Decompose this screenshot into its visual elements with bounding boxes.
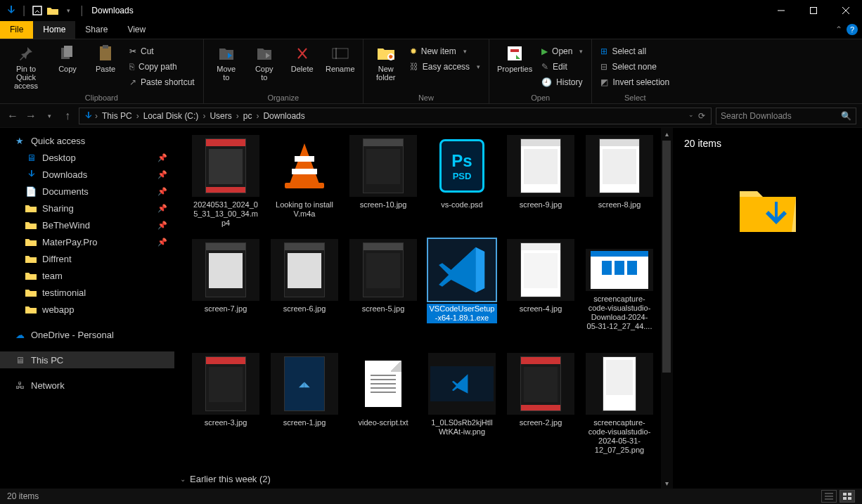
sidebar-downloads[interactable]: Downloads 📌 bbox=[0, 166, 174, 183]
file-item[interactable]: screencapture-code-visualstudio-2024-05-… bbox=[581, 350, 658, 458]
qat-newfolder-icon[interactable] bbox=[46, 4, 59, 17]
crumb-downloads[interactable]: Downloads bbox=[260, 111, 307, 121]
sidebar-network[interactable]: 🖧 Network bbox=[0, 377, 174, 394]
close-button[interactable] bbox=[830, 0, 862, 21]
sidebar-sharing[interactable]: Sharing 📌 bbox=[0, 200, 174, 217]
file-item[interactable]: PsPSD vs-code.psd bbox=[423, 132, 501, 213]
tab-share[interactable]: Share bbox=[75, 21, 117, 39]
tab-view[interactable]: View bbox=[117, 21, 155, 39]
chevron-right-icon[interactable]: › bbox=[256, 111, 259, 121]
sidebar-desktop[interactable]: 🖥 Desktop 📌 bbox=[0, 149, 174, 166]
group-header-earlier[interactable]: ⌄ Earlier this week (2) bbox=[174, 469, 661, 489]
sidebar-diffrent[interactable]: Diffrent bbox=[0, 250, 174, 267]
refresh-icon[interactable]: ⟳ bbox=[698, 111, 705, 121]
invert-selection-button[interactable]: ◩Invert selection bbox=[598, 75, 672, 89]
sidebar-testimonial[interactable]: testimonial bbox=[0, 284, 174, 301]
file-item[interactable]: screen-4.jpg bbox=[502, 236, 579, 317]
sidebar-onedrive[interactable]: ☁ OneDrive - Personal bbox=[0, 326, 174, 343]
file-item[interactable]: 1_0LS0sRb2kjHtllWtKAt-iw.png bbox=[423, 350, 501, 440]
chevron-right-icon[interactable]: › bbox=[95, 111, 98, 121]
crumb-users[interactable]: Users bbox=[207, 111, 234, 121]
select-none-button[interactable]: ⊟Select none bbox=[598, 59, 672, 74]
up-button[interactable]: ↑ bbox=[60, 109, 75, 123]
new-folder-button[interactable]: ✹ New folder bbox=[369, 42, 403, 92]
scroll-thumb[interactable] bbox=[662, 141, 671, 373]
copy-button[interactable]: Copy bbox=[51, 42, 84, 92]
file-name: screen-4.jpg bbox=[518, 304, 564, 314]
file-item[interactable]: screen-10.jpg bbox=[345, 132, 422, 213]
thumbnail bbox=[349, 353, 417, 415]
easy-access-button[interactable]: ⛓Easy access▾ bbox=[407, 59, 483, 74]
select-all-button[interactable]: ⊞Select all bbox=[598, 44, 672, 58]
sidebar-bethewind[interactable]: BeTheWind 📌 bbox=[0, 217, 174, 233]
file-item[interactable]: Looking to install V.m4a bbox=[266, 132, 343, 222]
view-details-button[interactable] bbox=[821, 490, 837, 503]
view-icons-button[interactable] bbox=[840, 490, 855, 503]
crumb-disk[interactable]: Local Disk (C:) bbox=[141, 111, 202, 121]
thumbnail bbox=[428, 353, 496, 415]
copy-path-button[interactable]: ⎘Copy path bbox=[127, 59, 198, 74]
file-item[interactable]: screencapture-code-visualstudio-Download… bbox=[581, 246, 658, 335]
crumb-pc[interactable]: pc bbox=[240, 111, 255, 121]
chevron-right-icon[interactable]: › bbox=[236, 111, 239, 121]
file-item[interactable]: 20240531_2024_05_31_13_00_34.mp4 bbox=[187, 132, 264, 231]
file-name: screen-7.jpg bbox=[203, 304, 249, 314]
maximize-button[interactable] bbox=[797, 0, 830, 21]
cut-label: Cut bbox=[141, 46, 154, 56]
rename-button[interactable]: Rename bbox=[323, 42, 357, 92]
file-item[interactable]: video-script.txt bbox=[345, 350, 422, 431]
properties-button[interactable]: Properties bbox=[495, 42, 534, 92]
file-name: screen-2.jpg bbox=[518, 418, 564, 428]
sidebar-quick-access[interactable]: ★ Quick access bbox=[0, 132, 174, 149]
ribbon-collapse-icon[interactable]: ⌃ bbox=[835, 25, 842, 34]
scroll-up-icon[interactable]: ▴ bbox=[661, 128, 672, 139]
tab-file[interactable]: File bbox=[0, 21, 33, 39]
address-bar[interactable]: › This PC › Local Disk (C:) › Users › pc… bbox=[79, 108, 712, 124]
chevron-right-icon[interactable]: › bbox=[136, 111, 139, 121]
delete-button[interactable]: Delete bbox=[285, 42, 319, 92]
file-item[interactable]: screen-7.jpg bbox=[187, 236, 264, 317]
search-box[interactable]: Search Downloads 🔍 bbox=[716, 108, 856, 124]
file-item[interactable]: screen-5.jpg bbox=[345, 236, 422, 317]
file-item-selected[interactable]: VSCodeUserSetup-x64-1.89.1.exe bbox=[423, 236, 501, 326]
paste-button[interactable]: Paste bbox=[89, 42, 122, 92]
dropdown-icon: ▾ bbox=[463, 48, 467, 55]
file-item[interactable]: ◢◣ screen-1.jpg bbox=[266, 350, 343, 431]
shortcut-icon: ↗ bbox=[129, 77, 136, 87]
open-button[interactable]: ▶Open▾ bbox=[539, 44, 586, 58]
file-item[interactable]: screen-2.jpg bbox=[502, 350, 579, 431]
cut-button[interactable]: ✂Cut bbox=[127, 44, 198, 58]
sidebar-thispc[interactable]: 🖥 This PC bbox=[0, 351, 174, 368]
separator: | bbox=[22, 4, 25, 17]
sidebar-documents[interactable]: 📄 Documents 📌 bbox=[0, 183, 174, 200]
qat-dropdown-icon[interactable]: ▾ bbox=[62, 4, 75, 17]
file-item[interactable]: screen-6.jpg bbox=[266, 236, 343, 317]
history-button[interactable]: 🕘History bbox=[539, 75, 586, 89]
tab-home[interactable]: Home bbox=[33, 21, 75, 39]
sidebar-materpay[interactable]: MaterPay.Pro 📌 bbox=[0, 233, 174, 250]
help-icon[interactable]: ? bbox=[847, 24, 858, 35]
pin-quick-access-button[interactable]: Pin to Quick access bbox=[6, 42, 46, 92]
scroll-down-icon[interactable]: ▾ bbox=[661, 477, 672, 489]
copy-to-button[interactable]: Copy to bbox=[247, 42, 281, 92]
file-item[interactable]: screen-8.jpg bbox=[581, 132, 658, 213]
qat-properties-icon[interactable] bbox=[31, 4, 44, 17]
back-button[interactable]: ← bbox=[6, 109, 20, 123]
file-item[interactable]: screen-9.jpg bbox=[502, 132, 579, 213]
file-list-pane[interactable]: 20240531_2024_05_31_13_00_34.mp4 Looking… bbox=[174, 128, 672, 489]
paste-shortcut-button[interactable]: ↗Paste shortcut bbox=[127, 75, 198, 89]
edit-button[interactable]: ✎Edit bbox=[539, 59, 586, 74]
recent-dropdown[interactable]: ▾ bbox=[42, 109, 56, 123]
crumb-thispc[interactable]: This PC bbox=[99, 111, 135, 121]
move-to-button[interactable]: Move to bbox=[210, 42, 243, 92]
sidebar-webapp[interactable]: webapp bbox=[0, 301, 174, 318]
forward-button[interactable]: → bbox=[24, 109, 38, 123]
file-item[interactable]: screen-3.jpg bbox=[187, 350, 264, 431]
new-item-button[interactable]: ✹New item▾ bbox=[407, 44, 483, 58]
sidebar-team[interactable]: team bbox=[0, 267, 174, 284]
sb-label: MaterPay.Pro bbox=[42, 237, 98, 247]
scrollbar[interactable]: ▴ ▾ bbox=[661, 128, 672, 489]
chevron-right-icon[interactable]: › bbox=[202, 111, 205, 121]
minimize-button[interactable] bbox=[765, 0, 797, 21]
address-dropdown-icon[interactable]: ⌄ bbox=[688, 111, 694, 121]
